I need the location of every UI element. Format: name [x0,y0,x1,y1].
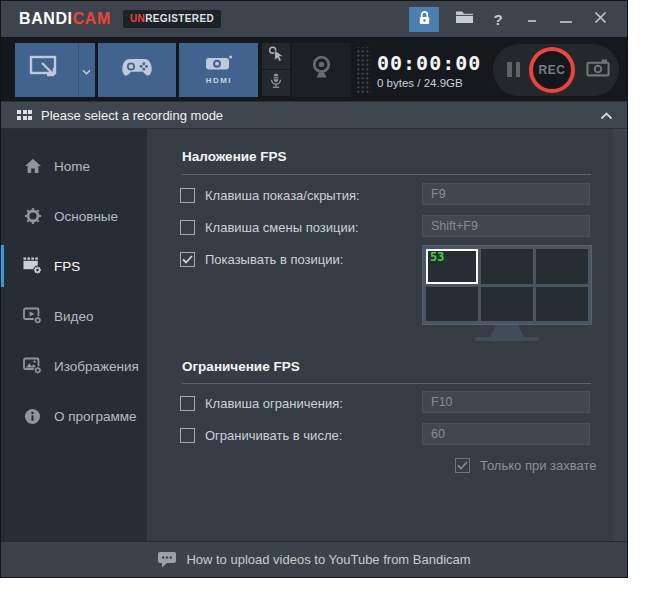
record-controls-pod: REC [493,44,619,96]
setting-label: Показывать в позиции: [205,252,343,267]
gamepad-icon [121,57,153,82]
window-controls: ? [409,7,617,32]
checkbox-show-position[interactable] [180,252,195,267]
setting-row-limit-number: Ограничивать в числе: [180,423,597,447]
monitor-base [475,337,539,341]
mouse-mic-buttons [262,43,290,96]
fps-icon [22,257,43,275]
close-icon [594,10,607,28]
recording-status: 00:00:00 0 bytes / 24.9GB [377,51,493,89]
sidebar: Home Основные FPS Видео [1,129,147,541]
webcam-button[interactable] [292,43,351,97]
rec-button[interactable]: REC [529,47,575,93]
recording-mode-bar[interactable]: Please select a recording mode [1,101,627,129]
minimize-to-tray-button[interactable] [515,7,549,32]
grid-icon [17,110,32,120]
fps-limit-input[interactable] [422,423,590,445]
home-icon [22,158,43,174]
minimize-button[interactable] [549,7,583,32]
divider [182,174,591,175]
screenshot-button[interactable] [584,57,612,83]
microphone-button[interactable] [262,70,290,96]
sidebar-item-about[interactable]: О программе [1,391,147,441]
position-cell-bottom-left[interactable] [426,287,478,322]
setting-label: Клавиша показа/скрытия: [205,188,360,203]
hotkey-input-position[interactable] [422,215,590,237]
sidebar-item-label: О программе [54,409,137,424]
camera-icon [586,59,610,81]
section-title-fps-overlay: Наложение FPS [182,149,287,164]
pause-button[interactable] [507,62,520,77]
hotkey-input-show-hide[interactable] [422,183,590,205]
setting-row-limit-hotkey: Клавиша ограничения: [180,391,597,415]
sidebar-item-video[interactable]: Видео [1,291,147,341]
sidebar-item-label: Изображения [54,359,139,374]
collapse-button[interactable] [600,106,613,124]
monitor-screen: 53 [422,245,592,325]
help-button[interactable]: ? [481,7,515,32]
info-icon [22,408,43,425]
hdmi-label: HDMI [206,76,232,85]
gear-icon [22,207,43,225]
hotkey-input-limit[interactable] [422,391,590,413]
device-recording-mode-button[interactable]: HDMI [179,43,258,97]
image-settings-icon [22,357,43,375]
position-cell-top-center[interactable] [481,249,533,284]
logo-text-primary: BANDI [19,10,73,27]
app-logo: BANDICAM [19,10,111,28]
checkbox-limit-hotkey[interactable] [180,396,195,411]
game-recording-mode-button[interactable] [98,43,177,97]
capture-device-icon [204,55,234,75]
checkbox-limit-number[interactable] [180,428,195,443]
small-dash-icon [527,10,537,28]
youtube-help-link[interactable]: How to upload videos to YouTube from Ban… [186,552,470,567]
title-bar: BANDICAM UNREGISTERED ? [1,1,627,37]
sidebar-item-label: FPS [54,259,80,274]
drag-handle[interactable] [355,47,371,93]
storage-info: 0 bytes / 24.9GB [377,77,493,89]
sidebar-item-label: Home [54,159,90,174]
footer-bar: How to upload videos to YouTube from Ban… [1,541,627,577]
position-cell-top-right[interactable] [536,249,588,284]
checkbox-position-hotkey[interactable] [180,220,195,235]
sidebar-item-fps[interactable]: FPS [1,241,147,291]
window-body: Home Основные FPS Видео [1,129,627,541]
sidebar-item-general[interactable]: Основные [1,191,147,241]
close-button[interactable] [583,7,617,32]
position-cell-top-left[interactable]: 53 [426,249,478,284]
sidebar-item-label: Видео [54,309,93,324]
microphone-icon [268,72,284,94]
divider [182,383,591,384]
screen-recording-mode-button[interactable] [15,43,78,97]
folder-icon [455,10,474,28]
recording-timer: 00:00:00 [377,51,493,75]
sidebar-item-images[interactable]: Изображения [1,341,147,391]
pause-icon [516,62,521,77]
minimize-icon [559,10,573,28]
mouse-cursor-overlay-button[interactable] [262,43,290,69]
checkbox-only-while-capturing[interactable] [455,458,470,473]
recording-toolbar: HDMI 00:00:00 0 bytes / 24.9GB [1,37,627,101]
position-cell-bottom-center[interactable] [481,287,533,322]
setting-row-position-hotkey: Клавиша смены позиции: [180,215,597,239]
mouse-cursor-icon [268,45,285,67]
sidebar-item-home[interactable]: Home [1,141,147,191]
checkbox-show-hide-hotkey[interactable] [180,188,195,203]
question-icon: ? [493,11,502,28]
setting-label: Клавиша ограничения: [205,396,343,411]
fps-position-picker: 53 [422,245,592,341]
setting-row-show-hide-hotkey: Клавиша показа/скрытия: [180,183,597,207]
speech-bubble-icon [157,551,177,568]
setting-label: Клавиша смены позиции: [205,220,359,235]
bandicam-window: BANDICAM UNREGISTERED ? [0,0,628,578]
output-folder-button[interactable] [447,7,481,32]
screen-mode-dropdown-button[interactable] [78,43,95,97]
mode-bar-text: Please select a recording mode [41,108,223,123]
lock-button[interactable] [409,7,439,32]
position-cell-bottom-right[interactable] [536,287,588,322]
logo-text-accent: CAM [73,10,111,27]
unregistered-badge: UNREGISTERED [123,10,221,28]
pause-icon [507,62,512,77]
lock-icon [418,10,431,29]
section-title-fps-limit: Ограничение FPS [182,359,300,374]
